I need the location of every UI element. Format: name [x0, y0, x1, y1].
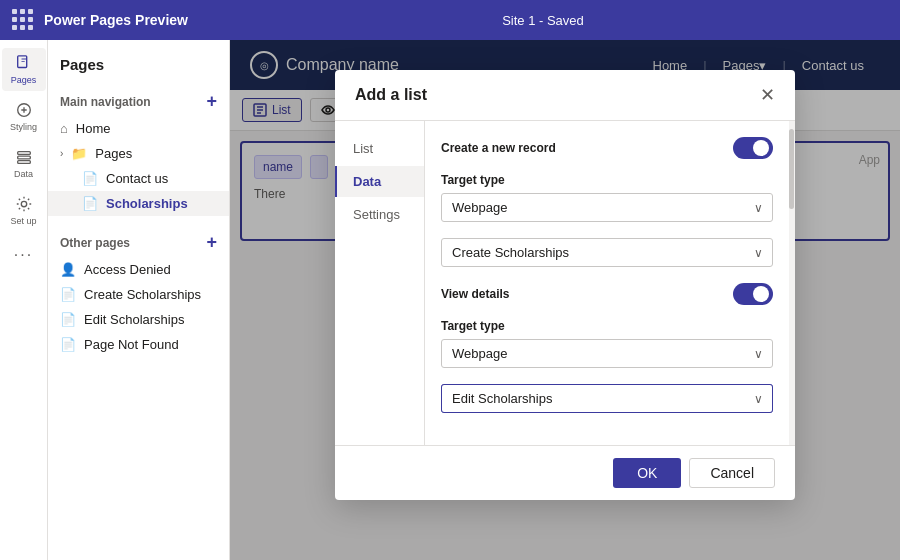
target-type-2-row: Target type Webpage URL: [441, 319, 773, 368]
svg-rect-6: [17, 161, 30, 164]
svg-rect-5: [17, 156, 30, 159]
svg-point-7: [21, 201, 26, 206]
nav-item-page-not-found[interactable]: 📄 Page Not Found: [48, 332, 229, 357]
apps-grid-icon[interactable]: [12, 9, 34, 31]
tab-data[interactable]: Data: [335, 166, 424, 197]
site-status: Site 1 - Saved: [502, 13, 584, 28]
add-other-pages-button[interactable]: +: [206, 232, 217, 253]
edit-scholarships-row: Edit Scholarships Create Scholarships Ot…: [441, 384, 773, 413]
sidebar-icon-styling[interactable]: Styling: [2, 95, 46, 138]
page-icon-3: 📄: [60, 312, 76, 327]
icon-sidebar: Pages Styling Data Set up ...: [0, 40, 48, 560]
nav-item-pages[interactable]: › 📁 Pages: [48, 141, 229, 166]
sidebar-panel-title: Pages: [60, 56, 104, 73]
nav-item-access-denied[interactable]: 👤 Access Denied: [48, 257, 229, 282]
top-bar: Power Pages Preview Site 1 - Saved: [0, 0, 900, 40]
svg-rect-4: [17, 152, 30, 155]
modal-scrollbar-thumb: [789, 129, 794, 209]
create-scholarships-row: Create Scholarships Edit Scholarships Ot…: [441, 238, 773, 267]
nav-item-create-scholarships[interactable]: 📄 Create Scholarships: [48, 282, 229, 307]
create-scholarships-select-wrapper: Create Scholarships Edit Scholarships Ot…: [441, 238, 773, 267]
modal-close-button[interactable]: ✕: [760, 86, 775, 104]
sidebar-icon-setup[interactable]: Set up: [2, 189, 46, 232]
create-new-record-toggle[interactable]: [733, 137, 773, 159]
target-type-1-select-wrapper: Webpage URL: [441, 193, 773, 222]
target-type-2-select[interactable]: Webpage URL: [441, 339, 773, 368]
target-type-1-label: Target type: [441, 173, 773, 187]
chevron-icon: ›: [60, 148, 63, 159]
target-type-2-label: Target type: [441, 319, 773, 333]
sidebar-panel: Pages Main navigation + ⌂ Home › 📁 Pages…: [48, 40, 230, 560]
create-new-record-label: Create a new record: [441, 141, 556, 155]
user-icon: 👤: [60, 262, 76, 277]
content-area: ↖ ◎ Company name Home | Pages▾ | Contact…: [230, 40, 900, 560]
modal-form-content: Create a new record Target type Webpage …: [425, 121, 789, 445]
nav-item-scholarships[interactable]: 📄 Scholarships ···: [48, 191, 229, 216]
page-icon-2: 📄: [60, 287, 76, 302]
create-scholarships-select[interactable]: Create Scholarships Edit Scholarships Ot…: [441, 238, 773, 267]
modal-scrollbar[interactable]: [789, 121, 795, 445]
nav-item-edit-scholarships[interactable]: 📄 Edit Scholarships: [48, 307, 229, 332]
modal-header: Add a list ✕: [335, 70, 795, 121]
target-type-1-select[interactable]: Webpage URL: [441, 193, 773, 222]
modal-body: List Data Settings Create a new record: [335, 121, 795, 445]
cancel-button[interactable]: Cancel: [689, 458, 775, 488]
sidebar-icon-data[interactable]: Data: [2, 142, 46, 185]
nav-item-home[interactable]: ⌂ Home: [48, 116, 229, 141]
edit-scholarships-select[interactable]: Edit Scholarships Create Scholarships Ot…: [441, 384, 773, 413]
folder-icon: 📁: [71, 146, 87, 161]
svg-rect-1: [21, 59, 26, 60]
target-type-2-select-wrapper: Webpage URL: [441, 339, 773, 368]
view-details-label: View details: [441, 287, 509, 301]
modal-title: Add a list: [355, 86, 427, 104]
main-nav-section: Main navigation +: [48, 83, 229, 116]
app-title: Power Pages Preview: [44, 12, 188, 28]
edit-scholarships-select-wrapper: Edit Scholarships Create Scholarships Ot…: [441, 384, 773, 413]
view-details-row: View details: [441, 283, 773, 305]
page-icon: 📄: [82, 171, 98, 186]
modal-overlay: Add a list ✕ List Data Settings: [230, 40, 900, 560]
main-layout: Pages Styling Data Set up ... Pages Main…: [0, 40, 900, 560]
sidebar-icon-pages[interactable]: Pages: [2, 48, 46, 91]
other-pages-section: Other pages +: [48, 224, 229, 257]
home-icon: ⌂: [60, 121, 68, 136]
modal-footer: OK Cancel: [335, 445, 795, 500]
create-new-record-row: Create a new record: [441, 137, 773, 159]
add-list-modal: Add a list ✕ List Data Settings: [335, 70, 795, 500]
sidebar-panel-header: Pages: [48, 52, 229, 83]
page-icon-4: 📄: [60, 337, 76, 352]
svg-rect-2: [21, 61, 25, 62]
view-details-toggle[interactable]: [733, 283, 773, 305]
active-page-icon: 📄: [82, 196, 98, 211]
tab-settings[interactable]: Settings: [335, 199, 424, 230]
nav-item-contact[interactable]: 📄 Contact us: [48, 166, 229, 191]
target-type-1-row: Target type Webpage URL: [441, 173, 773, 222]
sidebar-icon-more[interactable]: ...: [2, 236, 46, 266]
modal-tabs: List Data Settings: [335, 121, 425, 445]
add-main-nav-button[interactable]: +: [206, 91, 217, 112]
tab-list[interactable]: List: [335, 133, 424, 164]
ok-button[interactable]: OK: [613, 458, 681, 488]
